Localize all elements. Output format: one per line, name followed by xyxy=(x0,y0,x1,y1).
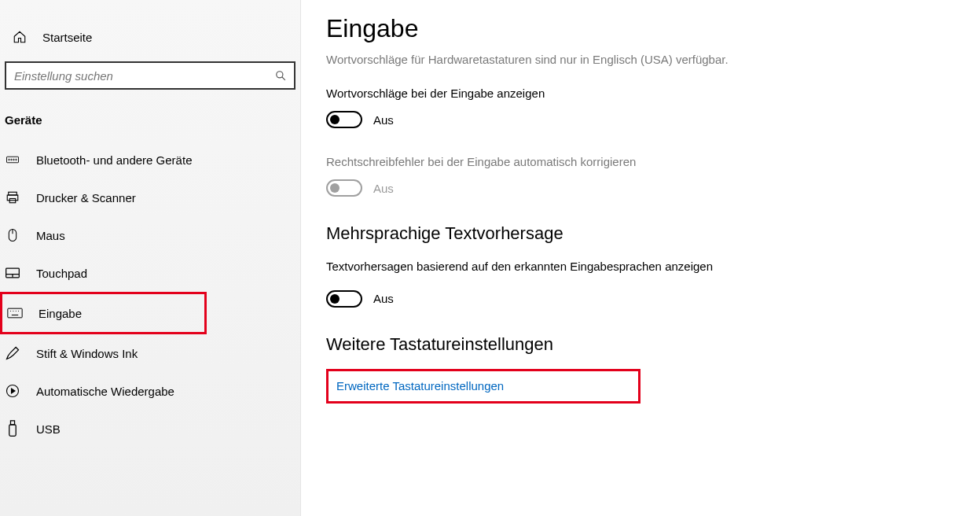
sidebar-item-label: USB xyxy=(36,422,61,436)
sidebar-item-eingabe[interactable]: Eingabe xyxy=(0,292,207,334)
home-icon xyxy=(13,30,27,44)
sidebar-item-label: Eingabe xyxy=(39,307,82,320)
svg-point-3 xyxy=(9,159,10,160)
section-more-keyboard-header: Weitere Tastatureinstellungen xyxy=(326,334,949,355)
svg-marker-22 xyxy=(12,389,16,393)
sidebar-item-label: Bluetooth- und andere Geräte xyxy=(36,153,192,167)
svg-line-1 xyxy=(282,77,285,80)
autoplay-icon xyxy=(5,383,20,399)
hardware-note: Wortvorschläge für Hardwaretastaturen si… xyxy=(326,51,949,68)
toggle-show-suggestions[interactable] xyxy=(326,111,362,128)
toggle-state-text: Aus xyxy=(373,113,394,127)
option-autocorrect-label: Rechtschreibfehler bei der Eingabe autom… xyxy=(326,155,949,168)
toggle-autocorrect xyxy=(326,179,362,197)
sidebar-item-mouse[interactable]: Maus xyxy=(0,216,300,254)
advanced-keyboard-link[interactable]: Erweiterte Tastatureinstellungen xyxy=(336,379,504,393)
svg-rect-8 xyxy=(7,195,18,201)
sidebar-item-bluetooth[interactable]: Bluetooth- und andere Geräte xyxy=(0,141,300,179)
sidebar: Startseite Geräte Bluetooth- und andere … xyxy=(0,0,301,516)
svg-point-0 xyxy=(277,72,283,78)
category-header: Geräte xyxy=(0,107,300,141)
sidebar-item-touchpad[interactable]: Touchpad xyxy=(0,254,300,292)
highlighted-link-box: Erweiterte Tastatureinstellungen xyxy=(326,369,640,404)
bluetooth-icon xyxy=(5,152,20,168)
pen-icon xyxy=(5,345,20,361)
section-multilingual-body: Textvorhersagen basierend auf den erkann… xyxy=(326,258,766,276)
printer-icon xyxy=(5,190,20,205)
sidebar-item-pen[interactable]: Stift & Windows Ink xyxy=(0,334,300,372)
svg-point-4 xyxy=(11,159,13,160)
option-show-suggestions-label: Wortvorschläge bei der Eingabe anzeigen xyxy=(326,87,949,100)
sidebar-item-label: Maus xyxy=(36,229,65,242)
section-multilingual-header: Mehrsprachige Textvorhersage xyxy=(326,223,949,244)
svg-point-5 xyxy=(13,159,15,160)
toggle-multilingual[interactable] xyxy=(326,290,362,308)
sidebar-item-usb[interactable]: USB xyxy=(0,410,300,448)
sidebar-item-label: Drucker & Scanner xyxy=(36,191,136,205)
main-content: Eingabe Wortvorschläge für Hardwaretasta… xyxy=(301,0,980,516)
usb-icon xyxy=(5,421,20,437)
home-label: Startseite xyxy=(42,31,92,44)
sidebar-item-label: Automatische Wiedergabe xyxy=(36,385,174,398)
svg-rect-15 xyxy=(8,308,22,318)
svg-rect-23 xyxy=(10,421,14,425)
svg-rect-24 xyxy=(9,425,16,436)
search-input[interactable] xyxy=(5,61,295,90)
sidebar-item-autoplay[interactable]: Automatische Wiedergabe xyxy=(0,372,300,410)
toggle-state-text: Aus xyxy=(373,182,394,195)
touchpad-icon xyxy=(5,265,20,281)
sidebar-item-label: Touchpad xyxy=(36,267,87,280)
sidebar-item-label: Stift & Windows Ink xyxy=(36,347,138,360)
mouse-icon xyxy=(5,227,20,243)
search-field[interactable] xyxy=(14,69,275,83)
sidebar-item-printer[interactable]: Drucker & Scanner xyxy=(0,179,300,216)
keyboard-icon xyxy=(7,305,23,321)
home-nav[interactable]: Startseite xyxy=(0,22,300,52)
search-icon xyxy=(275,70,286,81)
toggle-state-text: Aus xyxy=(373,292,394,305)
page-title: Eingabe xyxy=(326,14,949,43)
svg-point-6 xyxy=(16,159,17,160)
